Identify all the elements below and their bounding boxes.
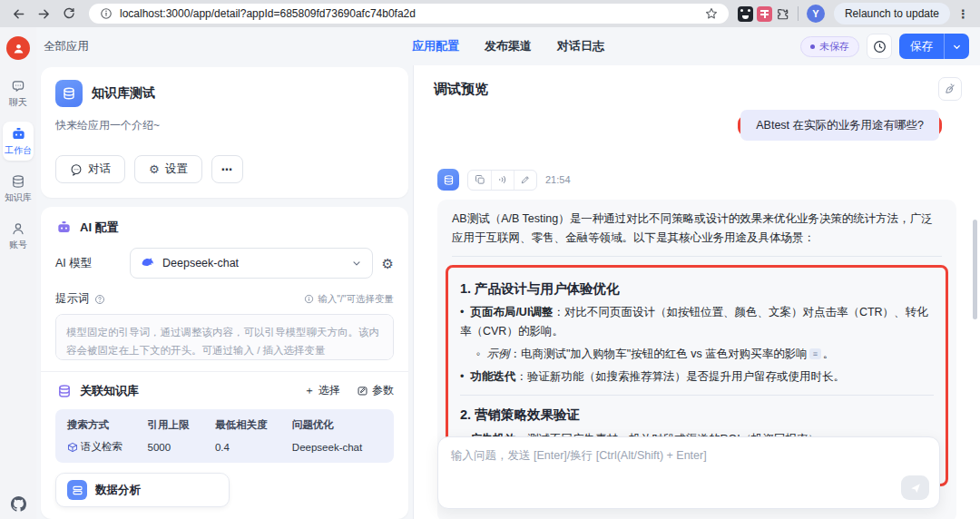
bullet-item: 功能迭代：验证新功能（如搜索推荐算法）是否提升用户留存或使用时长。	[460, 367, 934, 387]
dataset-folder-icon	[67, 480, 87, 500]
reload-icon[interactable]	[58, 3, 80, 24]
param-header: 最低相关度	[215, 418, 292, 432]
app-icon	[55, 80, 83, 107]
deepseek-whale-icon	[141, 256, 155, 270]
tab-app-config[interactable]: 应用配置	[412, 38, 459, 54]
nav-rail: 聊天 工作台 知识库 账号	[0, 27, 36, 519]
app-topbar: 全部应用 应用配置 发布渠道 对话日志 未保存 保存	[36, 27, 980, 65]
param-value: Deepseek-chat	[292, 440, 382, 454]
more-actions-button[interactable]: ⋯	[211, 155, 244, 183]
copy-icon[interactable]	[468, 171, 491, 190]
edit-icon	[357, 385, 368, 397]
forward-icon[interactable]	[33, 3, 54, 24]
bullet-item: 示例：电商测试"加入购物车"按钮的红色 vs 蓝色对购买率的影响≡。	[476, 345, 934, 364]
sidebar-item-label: 工作台	[5, 144, 32, 157]
robot-icon	[55, 219, 73, 236]
param-header: 问题优化	[292, 418, 382, 432]
config-column: 知识库测试 快来给应用一个介绍~ 对话 ⚙ 设置 ⋯	[36, 65, 413, 519]
markdown-divider	[460, 395, 934, 396]
param-value: 语义检索	[81, 440, 122, 454]
chat-button-label: 对话	[88, 162, 111, 177]
sidebar-item-workbench[interactable]: 工作台	[3, 122, 34, 161]
dataset-icon	[55, 382, 73, 399]
prompt-label: 提示词	[55, 291, 90, 307]
user-message-row: ABtest 在实际的业务用途有哪些?	[437, 115, 956, 136]
edit-pencil-icon[interactable]	[514, 171, 536, 190]
semantic-search-icon	[67, 442, 78, 453]
sidebar-item-label: 账号	[9, 239, 27, 251]
message-toolbar	[467, 170, 537, 191]
param-header: 搜索方式	[67, 418, 148, 432]
model-settings-gear-icon[interactable]: ⚙	[382, 257, 394, 270]
dataset-params-label: 参数	[372, 383, 394, 398]
back-icon[interactable]	[7, 3, 29, 24]
clear-chat-broom-icon[interactable]	[938, 77, 962, 101]
ai-config-card: AI 配置 AI 模型 Deepseek-chat	[41, 207, 408, 519]
speaker-icon[interactable]	[491, 171, 514, 190]
address-bar[interactable]: localhost:3000/app/detail?appId=685809fd…	[89, 4, 729, 24]
relaunch-button[interactable]: Relaunch to update	[834, 3, 950, 24]
sidebar-item-account[interactable]: 账号	[3, 217, 34, 255]
save-button[interactable]: 保存	[899, 34, 969, 59]
extension-icon-dark[interactable]	[738, 6, 753, 22]
annotation-highlight: ABtest 在实际的业务用途有哪些?	[738, 115, 942, 136]
ai-avatar	[437, 169, 459, 191]
tab-publish-channel[interactable]: 发布渠道	[485, 38, 532, 54]
user-message-bubble: ABtest 在实际的业务用途有哪些?	[740, 110, 939, 141]
dataset-select-label: 选择	[318, 383, 340, 398]
browser-toolbar: localhost:3000/app/detail?appId=685809fd…	[0, 0, 980, 27]
url-text: localhost:3000/app/detail?appId=685809fd…	[120, 7, 698, 20]
history-clock-button[interactable]	[867, 34, 892, 59]
github-icon[interactable]	[11, 496, 26, 512]
sidebar-item-label: 聊天	[9, 96, 27, 109]
markdown-divider	[452, 256, 942, 257]
chat-button[interactable]: 对话	[55, 155, 125, 183]
chat-input-placeholder: 输入问题，发送 [Enter]/换行 [Ctrl(Alt/Shift) + En…	[451, 448, 926, 464]
model-select[interactable]: Deepseek-chat	[130, 248, 373, 279]
sidebar-item-datasets[interactable]: 知识库	[3, 170, 34, 208]
variable-hint: 输入"/"可选择变量	[318, 293, 394, 306]
chat-input[interactable]: 输入问题，发送 [Enter]/换行 [Ctrl(Alt/Shift) + En…	[437, 436, 940, 509]
browser-menu-icon[interactable]: ⋮	[954, 7, 973, 21]
param-value: 0.4	[215, 440, 292, 454]
bookmark-star-icon[interactable]	[705, 7, 718, 20]
save-dropdown-chevron-icon[interactable]	[944, 34, 969, 59]
user-avatar[interactable]	[6, 36, 30, 60]
breadcrumb[interactable]: 全部应用	[44, 39, 89, 54]
site-info-icon[interactable]	[100, 7, 113, 20]
model-label: AI 模型	[55, 256, 121, 271]
intro-paragraph: AB测试（A/B Testing）是一种通过对比不同策略或设计的效果来优化业务决…	[452, 210, 942, 248]
dataset-section-title: 关联知识库	[80, 383, 139, 399]
bullet-item: 页面布局/UI调整：对比不同页面设计（如按钮位置、颜色、文案）对点击率（CTR）…	[460, 303, 934, 341]
message-timestamp: 21:54	[545, 174, 571, 185]
param-value: 5000	[148, 440, 215, 454]
settings-button[interactable]: ⚙ 设置	[134, 155, 202, 183]
section-2-title: 2. 营销策略效果验证	[460, 404, 934, 426]
debug-preview-title: 调试预览	[434, 81, 488, 98]
prompt-textarea[interactable]	[55, 314, 394, 360]
param-header: 引用上限	[148, 418, 215, 432]
unsaved-status-badge: 未保存	[800, 36, 859, 57]
app-tabs: 应用配置 发布渠道 对话日志	[412, 38, 604, 54]
gear-icon: ⚙	[149, 163, 160, 175]
dataset-params-table: 搜索方式 引用上限 最低相关度 问题优化 语义检索 5000 0.4 Deeps…	[55, 409, 394, 463]
citation-icon[interactable]: ≡	[809, 348, 821, 359]
extension-icon-translate[interactable]	[757, 6, 772, 22]
help-icon	[94, 294, 105, 305]
send-button[interactable]	[901, 475, 929, 500]
extensions-puzzle-icon[interactable]	[776, 7, 789, 21]
ai-config-title: AI 配置	[80, 220, 119, 236]
scrollbar-thumb[interactable]	[973, 220, 977, 319]
tab-chat-logs[interactable]: 对话日志	[557, 38, 604, 54]
model-select-value: Deepseek-chat	[162, 257, 344, 269]
save-button-label: 保存	[899, 39, 944, 54]
linked-dataset-item[interactable]: 数据分析	[55, 473, 230, 507]
sidebar-item-chat[interactable]: 聊天	[3, 74, 34, 113]
app-description: 快来给应用一个介绍~	[55, 118, 394, 133]
app-info-card: 知识库测试 快来给应用一个介绍~ 对话 ⚙ 设置 ⋯	[41, 67, 408, 198]
dataset-select-button[interactable]: ＋ 选择	[304, 383, 340, 398]
plus-icon: ＋	[304, 383, 315, 398]
browser-profile-avatar[interactable]: Y	[807, 5, 825, 23]
chevron-down-icon	[351, 258, 362, 269]
dataset-params-button[interactable]: 参数	[357, 383, 394, 398]
